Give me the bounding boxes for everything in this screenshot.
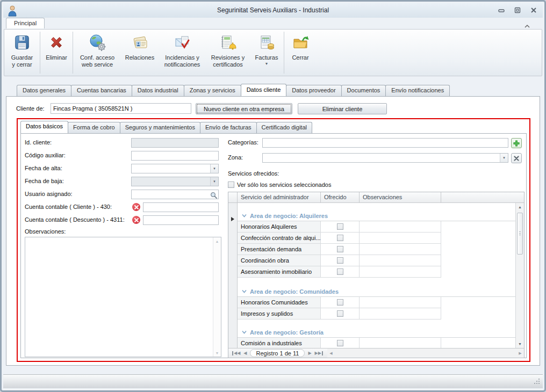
eliminar-cliente-button[interactable]: Eliminar cliente xyxy=(298,103,387,114)
offered-checkbox[interactable] xyxy=(337,257,343,264)
error-icon xyxy=(132,216,140,224)
cuenta-cliente-input[interactable] xyxy=(143,202,219,212)
column-header-observaciones[interactable]: Observaciones xyxy=(360,192,441,202)
close-form-button[interactable]: Cerrar xyxy=(285,31,315,75)
tab-envio-facturas[interactable]: Envío de facturas xyxy=(200,122,257,133)
scroll-right-icon[interactable]: ▶ xyxy=(516,349,524,358)
web-service-config-button[interactable]: Conf. acceso web service xyxy=(74,31,120,75)
grid-horizontal-scrollbar[interactable]: ◀ ▶ xyxy=(327,349,524,358)
invoices-button[interactable]: Facturas ▼ xyxy=(250,31,283,75)
tab-certificado-digital[interactable]: Certificado digital xyxy=(256,122,312,133)
group-row-gestoria[interactable]: Area de negocio: Gestoría xyxy=(238,327,515,338)
restore-button[interactable] xyxy=(514,6,521,14)
id-cliente-input xyxy=(131,138,219,148)
add-category-button[interactable] xyxy=(511,138,522,148)
observations-cell[interactable] xyxy=(360,308,441,320)
filler-cell xyxy=(441,338,515,348)
close-button[interactable] xyxy=(530,6,537,14)
cliente-de-input[interactable] xyxy=(51,103,191,114)
table-row[interactable]: Asesoramiento inmobiliario xyxy=(238,266,515,278)
table-row[interactable]: Comisión a industriales xyxy=(238,338,515,348)
group-row-alquileres[interactable]: Area de negocio: Alquileres xyxy=(238,210,515,221)
tab-documentos[interactable]: Documentos xyxy=(341,85,386,96)
tab-datos-generales[interactable]: Datos generales xyxy=(17,85,71,96)
last-record-button[interactable]: ▶▶ xyxy=(313,351,325,355)
observations-cell[interactable] xyxy=(360,233,441,244)
resize-grip[interactable] xyxy=(534,376,540,386)
textarea-scrollbar[interactable]: ▲ ▼ xyxy=(213,237,221,357)
filler-cell xyxy=(441,233,515,244)
error-icon xyxy=(132,203,140,211)
group-row-comunidades[interactable]: Area de negocio: Comunidades xyxy=(238,286,515,297)
scroll-down-icon[interactable]: ▼ xyxy=(516,340,524,348)
ribbon-tab-principal[interactable]: Principal xyxy=(6,18,45,28)
group-collapse-icon[interactable] xyxy=(242,289,247,293)
offered-checkbox[interactable] xyxy=(337,310,343,317)
tab-cuentas-bancarias[interactable]: Cuentas bancarias xyxy=(71,85,132,96)
observations-cell[interactable] xyxy=(360,255,441,266)
categorias-input[interactable] xyxy=(262,138,508,148)
group-collapse-icon[interactable] xyxy=(242,214,247,217)
validation-frame: Datos básicos Forma de cobro Seguros y m… xyxy=(17,118,530,362)
observations-cell[interactable] xyxy=(360,266,441,278)
tab-datos-cliente[interactable]: Datos cliente xyxy=(241,84,287,96)
zona-dropdown[interactable]: ▼ xyxy=(262,153,508,163)
tab-forma-de-cobro[interactable]: Forma de cobro xyxy=(68,122,120,133)
fecha-alta-dropdown[interactable]: ▼ xyxy=(131,164,219,173)
offered-checkbox[interactable] xyxy=(337,223,343,230)
delete-button[interactable]: Eliminar xyxy=(41,31,71,75)
grid-vertical-scrollbar[interactable]: ▲ ▼ xyxy=(515,203,524,348)
offered-checkbox[interactable] xyxy=(337,340,343,346)
offered-checkbox[interactable] xyxy=(337,268,343,275)
relations-button[interactable]: Relaciones xyxy=(120,31,159,75)
scroll-up-icon[interactable]: ▲ xyxy=(516,203,524,211)
cuenta-descuento-input[interactable] xyxy=(143,215,219,225)
envelope-check-icon xyxy=(174,34,191,53)
scroll-down-icon[interactable]: ▼ xyxy=(213,349,221,357)
observations-cell[interactable] xyxy=(360,338,441,348)
nuevo-cliente-button[interactable]: Nuevo cliente en otra empresa xyxy=(196,103,292,114)
offered-checkbox[interactable] xyxy=(337,299,343,306)
observations-cell[interactable] xyxy=(360,244,441,255)
table-row[interactable]: Honorarios Alquileres xyxy=(238,221,515,233)
observations-cell[interactable] xyxy=(360,297,441,308)
service-name-cell: Coordinación obra xyxy=(238,255,321,266)
tab-datos-basicos[interactable]: Datos básicos xyxy=(20,121,68,133)
chevron-down-icon[interactable]: ▼ xyxy=(500,154,508,162)
table-row[interactable]: Confección contrato de alqui... xyxy=(238,233,515,244)
main-tab-strip: Datos generales Cuentas bancarias Datos … xyxy=(6,84,540,96)
grid-spacer xyxy=(238,320,515,327)
first-record-button[interactable]: ◀◀ xyxy=(230,351,242,355)
next-record-button[interactable]: ▶ xyxy=(306,351,313,355)
tab-envio-notificaciones[interactable]: Envío notificaciones xyxy=(385,85,450,96)
observaciones-textarea[interactable]: ▲ ▼ xyxy=(25,237,221,357)
minimize-button[interactable] xyxy=(498,6,505,14)
clear-zona-button[interactable] xyxy=(511,153,522,163)
incidents-notifications-button[interactable]: Incidencias y notificaciones xyxy=(159,31,205,75)
offered-checkbox[interactable] xyxy=(337,246,343,252)
scrollbar-thumb[interactable] xyxy=(517,213,523,255)
table-row[interactable]: Presentación demanda xyxy=(238,244,515,255)
column-header-ofrecido[interactable]: Ofrecido xyxy=(321,192,360,202)
table-row[interactable]: Honorarios Comunidades xyxy=(238,297,515,308)
codigo-auxiliar-input[interactable] xyxy=(131,151,219,161)
tab-zonas-servicios[interactable]: Zonas y servicios xyxy=(184,85,241,96)
previous-record-button[interactable]: ◀ xyxy=(242,351,248,355)
tab-datos-proveedor[interactable]: Datos proveedor xyxy=(286,85,341,96)
save-and-close-button[interactable]: Guardar y cerrar xyxy=(5,31,39,75)
column-header-servicio[interactable]: Servicio del administrador xyxy=(238,192,321,202)
table-row[interactable]: Coordinación obra xyxy=(238,255,515,266)
usuario-asignado-input[interactable] xyxy=(131,190,219,199)
revisions-certificates-button[interactable]: Revisiones y certificados xyxy=(205,31,250,75)
tab-datos-industrial[interactable]: Datos industrial xyxy=(132,85,184,96)
chevron-down-icon[interactable]: ▼ xyxy=(210,164,218,173)
search-icon[interactable] xyxy=(210,191,217,201)
scroll-left-icon[interactable]: ◀ xyxy=(327,349,335,358)
observations-cell[interactable] xyxy=(360,221,441,233)
table-row[interactable]: Impresos y suplidos xyxy=(238,308,515,320)
tab-seguros-mantenimientos[interactable]: Seguros y mantenimientos xyxy=(120,122,200,133)
scroll-up-icon[interactable]: ▲ xyxy=(213,237,221,245)
filter-services-checkbox[interactable] xyxy=(228,182,234,188)
offered-checkbox[interactable] xyxy=(337,235,343,241)
group-collapse-icon[interactable] xyxy=(242,330,247,334)
